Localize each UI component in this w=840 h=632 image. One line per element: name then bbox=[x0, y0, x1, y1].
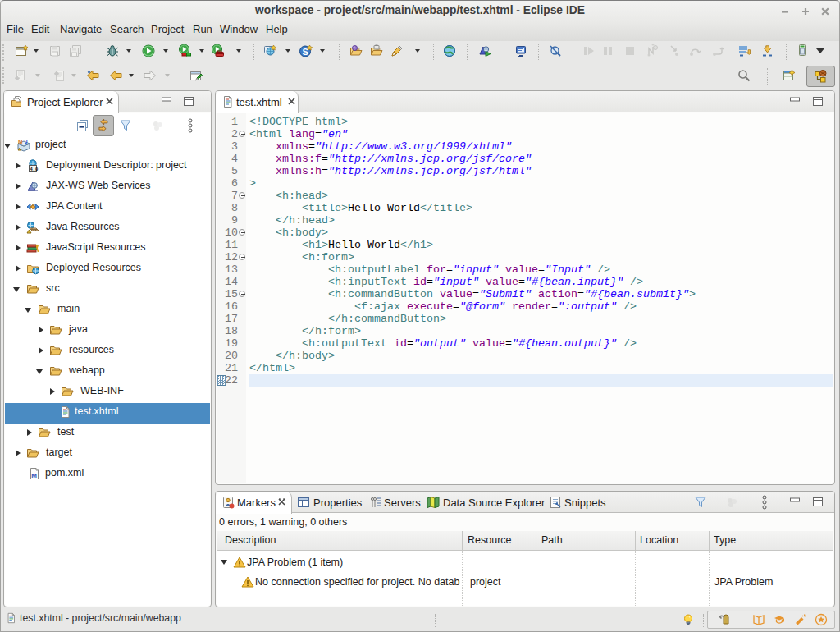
svg-text:S: S bbox=[303, 47, 308, 57]
svg-text:4.0: 4.0 bbox=[30, 167, 39, 172]
svg-text:M: M bbox=[31, 472, 37, 479]
svg-text:M: M bbox=[18, 139, 22, 144]
svg-text:!: ! bbox=[29, 230, 30, 234]
svg-text:J: J bbox=[25, 139, 28, 144]
